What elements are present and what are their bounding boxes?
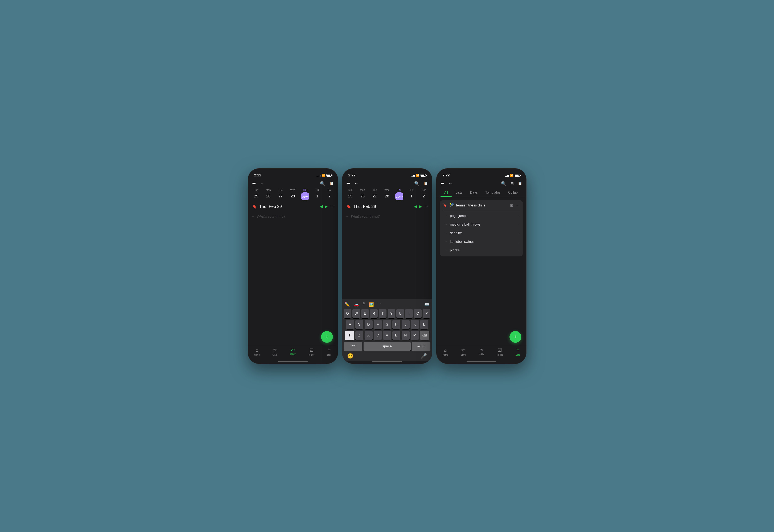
kb-key-o[interactable]: O: [414, 309, 422, 318]
kb-edit-icon[interactable]: ✏️: [345, 302, 350, 307]
tab-days[interactable]: Days: [466, 189, 481, 197]
list-item[interactable]: − kettlebell swings ·: [440, 238, 523, 246]
kb-key-s[interactable]: S: [355, 320, 363, 329]
kb-more-icon[interactable]: ···: [378, 302, 381, 307]
nav-todos-3[interactable]: ☑ To-dos: [497, 347, 503, 356]
fab-1[interactable]: +: [321, 331, 333, 343]
kb-key-r[interactable]: R: [370, 309, 378, 318]
tab-all[interactable]: All: [440, 189, 452, 197]
nav-today-1[interactable]: 29 Today: [290, 348, 296, 355]
cal-day-tue-2[interactable]: Tue 27: [370, 189, 380, 200]
search-icon-2[interactable]: 🔍: [414, 181, 419, 186]
back-icon-2[interactable]: ←: [354, 181, 359, 186]
kb-key-h[interactable]: H: [392, 320, 400, 329]
day-num: 2: [326, 192, 334, 200]
list-item[interactable]: − planks ·: [440, 246, 523, 255]
more-button-1[interactable]: ···: [330, 204, 334, 209]
tab-collab[interactable]: Collab: [504, 189, 521, 197]
cal-day-sun-1[interactable]: Sun 25: [251, 189, 261, 200]
nav-home-3[interactable]: ⌂ Home: [443, 347, 448, 356]
search-icon-3[interactable]: 🔍: [501, 181, 506, 186]
kb-key-q[interactable]: Q: [344, 309, 351, 318]
tab-lists[interactable]: Lists: [452, 189, 466, 197]
home-indicator-3: [467, 361, 496, 362]
kb-key-numbers[interactable]: 123: [344, 342, 362, 351]
kb-key-d[interactable]: D: [365, 320, 373, 329]
nav-lists-1[interactable]: ≡ Lists: [327, 347, 332, 356]
kb-key-l[interactable]: L: [420, 320, 428, 329]
kb-key-e[interactable]: E: [361, 309, 369, 318]
kb-key-g[interactable]: G: [383, 320, 391, 329]
kb-key-delete[interactable]: ⌫: [420, 331, 429, 340]
kb-key-shift[interactable]: ⬆: [345, 331, 354, 340]
placeholder-row-1[interactable]: − What's your thing?: [252, 213, 334, 221]
kb-key-v[interactable]: V: [383, 331, 391, 340]
kb-key-u[interactable]: U: [396, 309, 404, 318]
nav-lists-3[interactable]: ≡ Lists: [515, 347, 520, 356]
add-note-icon-2[interactable]: 📋: [424, 181, 428, 185]
cal-day-tue-1[interactable]: Tue 27: [276, 189, 285, 200]
add-note-icon-1[interactable]: 📋: [330, 181, 334, 185]
nav-home-1[interactable]: ⌂ Home: [254, 347, 260, 356]
more-button-2[interactable]: ···: [425, 204, 428, 209]
kb-key-i[interactable]: I: [405, 309, 413, 318]
prev-day-button-2[interactable]: ◀: [414, 204, 417, 209]
cal-day-thu-2[interactable]: Thu 29Feb: [394, 189, 404, 200]
add-note-icon-3[interactable]: 📋: [518, 181, 522, 185]
next-day-button-1[interactable]: ▶: [325, 204, 328, 209]
prev-day-button-1[interactable]: ◀: [320, 204, 323, 209]
cal-day-sat-2[interactable]: Sat 2: [419, 189, 428, 200]
nav-stars-3[interactable]: ☆ Stars: [461, 347, 465, 356]
kb-key-f[interactable]: F: [374, 320, 382, 329]
cal-day-mon-1[interactable]: Mon 26: [264, 189, 273, 200]
kb-key-y[interactable]: Y: [388, 309, 395, 318]
fab-3[interactable]: +: [509, 331, 521, 343]
cal-day-fri-2[interactable]: Fri 1: [407, 189, 416, 200]
kb-key-w[interactable]: W: [352, 309, 360, 318]
nav-today-3[interactable]: 29 Today: [478, 348, 484, 355]
cal-day-sat-1[interactable]: Sat 2: [325, 189, 334, 200]
kb-dismiss-icon[interactable]: ⌨️: [424, 302, 430, 307]
menu-icon-2[interactable]: ☰: [346, 181, 350, 186]
kb-key-n[interactable]: N: [402, 331, 410, 340]
kb-image-icon[interactable]: 🖼️: [369, 302, 374, 307]
menu-icon-1[interactable]: ☰: [252, 181, 256, 186]
cal-day-wed-2[interactable]: Wed 28: [382, 189, 392, 200]
list-item[interactable]: − deadlifts ·: [440, 229, 523, 238]
next-day-button-2[interactable]: ▶: [419, 204, 422, 209]
nav-todos-1[interactable]: ☑ To-dos: [308, 347, 315, 356]
kb-key-t[interactable]: T: [379, 309, 386, 318]
list-more-icon[interactable]: ···: [516, 203, 519, 208]
kb-key-z[interactable]: Z: [355, 331, 363, 340]
kb-key-x[interactable]: X: [365, 331, 373, 340]
kb-key-return[interactable]: return: [412, 342, 430, 351]
microphone-icon[interactable]: 🎤: [421, 353, 427, 359]
kb-key-p[interactable]: P: [423, 309, 430, 318]
list-item[interactable]: − pogo jumps ·: [440, 212, 523, 220]
kb-key-k[interactable]: K: [411, 320, 419, 329]
back-icon-3[interactable]: ←: [448, 181, 453, 186]
cal-day-mon-2[interactable]: Mon 26: [358, 189, 367, 200]
placeholder-row-2[interactable]: − What's your thing?: [346, 213, 428, 221]
kb-hash-icon[interactable]: #: [363, 302, 365, 307]
nav-stars-1[interactable]: ☆ Stars: [272, 347, 277, 356]
back-icon-1[interactable]: ←: [260, 181, 264, 186]
kb-key-m[interactable]: M: [411, 331, 419, 340]
search-icon-1[interactable]: 🔍: [320, 181, 325, 186]
cal-day-fri-1[interactable]: Fri 1: [313, 189, 322, 200]
kb-transport-icon[interactable]: 🚗: [354, 302, 359, 307]
kb-key-b[interactable]: B: [392, 331, 400, 340]
grid-view-icon[interactable]: ⊞: [510, 203, 513, 208]
list-item[interactable]: − medicine ball throws ·: [440, 220, 523, 229]
filter-icon-3[interactable]: ⊟: [510, 181, 514, 186]
kb-key-j[interactable]: J: [402, 320, 410, 329]
kb-key-space[interactable]: space: [364, 342, 411, 351]
emoji-icon[interactable]: 😊: [347, 353, 353, 359]
kb-key-c[interactable]: C: [374, 331, 382, 340]
kb-key-a[interactable]: A: [346, 320, 354, 329]
tab-templates[interactable]: Templates: [481, 189, 504, 197]
menu-icon-3[interactable]: ☰: [440, 181, 444, 186]
cal-day-sun-2[interactable]: Sun 25: [346, 189, 355, 200]
cal-day-thu-1[interactable]: Thu 29Feb: [300, 189, 310, 200]
cal-day-wed-1[interactable]: Wed 28: [288, 189, 298, 200]
